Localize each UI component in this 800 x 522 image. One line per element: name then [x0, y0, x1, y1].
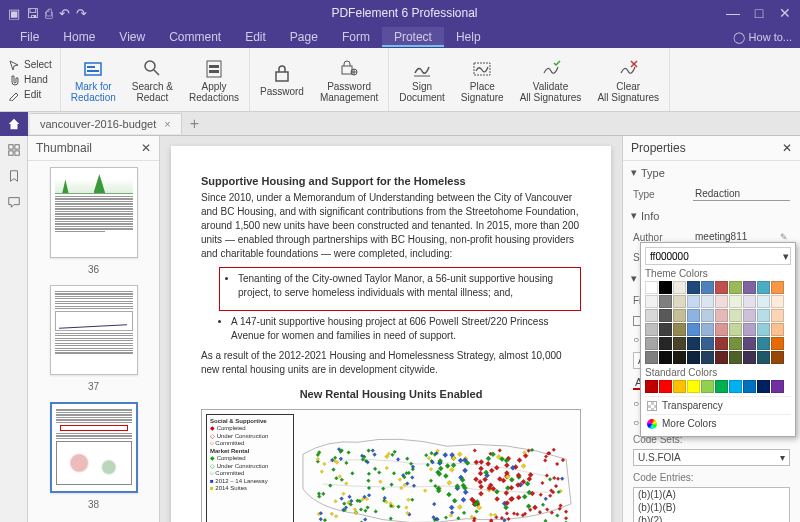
dropdown-icon[interactable]: ▾ [780, 250, 792, 263]
select-tool[interactable]: Select [6, 58, 54, 72]
menu-edit[interactable]: Edit [233, 27, 278, 47]
password-management-button[interactable]: PasswordManagement [312, 52, 386, 107]
color-swatch[interactable] [743, 380, 756, 393]
color-swatch[interactable] [715, 281, 728, 294]
color-swatch[interactable] [673, 309, 686, 322]
color-swatch[interactable] [701, 351, 714, 364]
code-entries-list[interactable]: (b)(1)(A)(b)(1)(B)(b)(2)(b)(3)(A) [633, 487, 790, 522]
apply-redactions-button[interactable]: ApplyRedactions [181, 52, 247, 107]
color-swatch[interactable] [743, 323, 756, 336]
color-swatch[interactable] [701, 281, 714, 294]
color-swatch[interactable] [701, 337, 714, 350]
color-swatch[interactable] [729, 295, 742, 308]
hex-input[interactable] [650, 251, 777, 262]
hand-tool[interactable]: Hand [6, 73, 54, 87]
color-swatch[interactable] [673, 351, 686, 364]
save-icon[interactable]: 🖫 [26, 6, 39, 21]
close-button[interactable]: ✕ [774, 5, 796, 21]
color-swatch[interactable] [729, 323, 742, 336]
color-swatch[interactable] [743, 337, 756, 350]
color-swatch[interactable] [659, 323, 672, 336]
color-swatch[interactable] [659, 309, 672, 322]
color-swatch[interactable] [701, 295, 714, 308]
color-swatch[interactable] [771, 295, 784, 308]
transparency-button[interactable]: Transparency [645, 396, 791, 414]
menu-file[interactable]: File [8, 27, 51, 47]
bookmarks-tab-icon[interactable] [6, 168, 22, 184]
color-swatch[interactable] [687, 337, 700, 350]
color-swatch[interactable] [757, 295, 770, 308]
color-swatch[interactable] [715, 295, 728, 308]
menu-form[interactable]: Form [330, 27, 382, 47]
color-swatch[interactable] [645, 281, 658, 294]
search-redact-button[interactable]: Search &Redact [124, 52, 181, 107]
color-swatch[interactable] [701, 309, 714, 322]
password-button[interactable]: Password [252, 52, 312, 107]
maximize-button[interactable]: □ [748, 5, 770, 21]
howto-link[interactable]: ◯ How to... [733, 31, 792, 44]
document-tab[interactable]: vancouver-2016-budget × [30, 113, 182, 134]
color-swatch[interactable] [659, 295, 672, 308]
type-section-header[interactable]: ▾ Type [623, 161, 800, 184]
color-swatch[interactable] [659, 351, 672, 364]
thumbnails-tab-icon[interactable] [6, 142, 22, 158]
color-swatch[interactable] [701, 323, 714, 336]
color-swatch[interactable] [673, 337, 686, 350]
thumbnail-page-37[interactable] [50, 285, 138, 376]
color-swatch[interactable] [645, 337, 658, 350]
color-swatch[interactable] [771, 281, 784, 294]
add-tab-button[interactable]: + [182, 115, 207, 133]
color-swatch[interactable] [645, 323, 658, 336]
tab-close-icon[interactable]: × [164, 118, 170, 130]
color-swatch[interactable] [715, 337, 728, 350]
color-swatch[interactable] [757, 337, 770, 350]
thumbnail-page-36[interactable] [50, 167, 138, 258]
color-swatch[interactable] [715, 380, 728, 393]
menu-help[interactable]: Help [444, 27, 493, 47]
place-signature-button[interactable]: PlaceSignature [453, 52, 512, 107]
comments-tab-icon[interactable] [6, 194, 22, 210]
color-swatch[interactable] [645, 295, 658, 308]
color-swatch[interactable] [645, 351, 658, 364]
color-swatch[interactable] [673, 295, 686, 308]
color-swatch[interactable] [687, 351, 700, 364]
color-swatch[interactable] [687, 380, 700, 393]
color-swatch[interactable] [645, 380, 658, 393]
color-swatch[interactable] [673, 323, 686, 336]
color-swatch[interactable] [757, 380, 770, 393]
page-view[interactable]: Supportive Housing and Support for the H… [160, 136, 622, 522]
code-entry[interactable]: (b)(1)(B) [634, 501, 789, 514]
color-swatch[interactable] [659, 380, 672, 393]
color-swatch[interactable] [757, 309, 770, 322]
color-swatch[interactable] [659, 281, 672, 294]
color-swatch[interactable] [715, 351, 728, 364]
color-swatch[interactable] [687, 281, 700, 294]
color-swatch[interactable] [673, 281, 686, 294]
more-colors-button[interactable]: More Colors [645, 414, 791, 432]
info-section-header[interactable]: ▾ Info [623, 204, 800, 227]
properties-panel-close-icon[interactable]: ✕ [782, 141, 792, 155]
print-icon[interactable]: ⎙ [45, 6, 53, 21]
minimize-button[interactable]: ― [722, 5, 744, 21]
color-swatch[interactable] [743, 295, 756, 308]
color-swatch[interactable] [743, 351, 756, 364]
code-entry[interactable]: (b)(1)(A) [634, 488, 789, 501]
mark-for-redaction-button[interactable]: Mark forRedaction [63, 52, 124, 107]
color-swatch[interactable] [673, 380, 686, 393]
home-tab[interactable] [0, 112, 28, 136]
color-swatch[interactable] [687, 295, 700, 308]
undo-icon[interactable]: ↶ [59, 6, 70, 21]
color-swatch[interactable] [757, 281, 770, 294]
color-swatch[interactable] [771, 323, 784, 336]
thumbnail-page-38[interactable] [50, 402, 138, 493]
validate-all-signatures-button[interactable]: ValidateAll Signatures [512, 52, 590, 107]
menu-home[interactable]: Home [51, 27, 107, 47]
redaction-mark[interactable]: Tenanting of the City-owned Taylor Manor… [219, 267, 581, 311]
color-swatch[interactable] [715, 323, 728, 336]
color-swatch[interactable] [729, 309, 742, 322]
color-swatch[interactable] [659, 337, 672, 350]
color-swatch[interactable] [757, 323, 770, 336]
edit-tool[interactable]: Edit [6, 88, 54, 102]
clear-all-signatures-button[interactable]: ClearAll Signatures [589, 52, 667, 107]
color-swatch[interactable] [645, 309, 658, 322]
